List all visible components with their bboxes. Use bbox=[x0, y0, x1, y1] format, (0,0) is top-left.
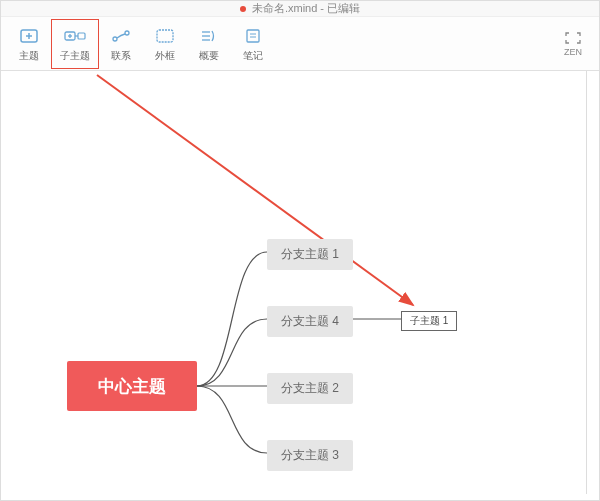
subtopic-button[interactable]: 子主题 bbox=[53, 20, 97, 68]
svg-rect-6 bbox=[78, 33, 85, 39]
notes-button[interactable]: 笔记 bbox=[231, 20, 275, 68]
zen-label: ZEN bbox=[564, 47, 582, 57]
connector-lines bbox=[1, 71, 599, 501]
notes-icon bbox=[239, 25, 267, 47]
frame-button[interactable]: 外框 bbox=[143, 20, 187, 68]
branch-topic[interactable]: 分支主题 3 bbox=[267, 440, 353, 471]
subtopic-label: 子主题 1 bbox=[410, 315, 448, 326]
annotation-arrow bbox=[1, 71, 599, 501]
tool-label: 主题 bbox=[19, 49, 39, 63]
fullscreen-icon bbox=[564, 31, 582, 47]
relation-button[interactable]: 联系 bbox=[99, 20, 143, 68]
summary-icon bbox=[195, 25, 223, 47]
svg-rect-10 bbox=[157, 30, 173, 42]
tool-label: 联系 bbox=[111, 49, 131, 63]
central-topic[interactable]: 中心主题 bbox=[67, 361, 197, 411]
branch-topic[interactable]: 分支主题 2 bbox=[267, 373, 353, 404]
highlight-annotation: 子主题 bbox=[51, 19, 99, 69]
branch-topic[interactable]: 分支主题 4 bbox=[267, 306, 353, 337]
zen-button[interactable]: ZEN bbox=[553, 31, 593, 57]
subtopic-node[interactable]: 子主题 1 bbox=[401, 311, 457, 331]
branch-topic[interactable]: 分支主题 1 bbox=[267, 239, 353, 270]
branch-label: 分支主题 3 bbox=[281, 448, 339, 462]
tool-label: 子主题 bbox=[60, 49, 90, 63]
summary-button[interactable]: 概要 bbox=[187, 20, 231, 68]
central-topic-label: 中心主题 bbox=[98, 375, 166, 398]
plus-box-icon bbox=[15, 25, 43, 47]
tool-label: 外框 bbox=[155, 49, 175, 63]
link-icon bbox=[107, 25, 135, 47]
mindmap-canvas[interactable]: 中心主题 分支主题 1 分支主题 4 分支主题 2 分支主题 3 子主题 1 bbox=[1, 71, 599, 501]
window-title: 未命名.xmind - 已编辑 bbox=[252, 1, 360, 16]
unsaved-indicator-icon bbox=[240, 6, 246, 12]
topic-button[interactable]: 主题 bbox=[7, 20, 51, 68]
toolbar: 主题 子主题 联系 外框 概要 笔记 bbox=[1, 17, 599, 71]
window-titlebar: 未命名.xmind - 已编辑 bbox=[1, 1, 599, 17]
branch-label: 分支主题 2 bbox=[281, 381, 339, 395]
branch-label: 分支主题 4 bbox=[281, 314, 339, 328]
tool-label: 笔记 bbox=[243, 49, 263, 63]
tool-label: 概要 bbox=[199, 49, 219, 63]
svg-line-17 bbox=[97, 75, 413, 305]
branch-label: 分支主题 1 bbox=[281, 247, 339, 261]
canvas-edge bbox=[586, 71, 587, 494]
plus-box-icon bbox=[61, 25, 89, 47]
svg-point-9 bbox=[125, 31, 129, 35]
svg-point-8 bbox=[113, 37, 117, 41]
frame-icon bbox=[151, 25, 179, 47]
svg-rect-14 bbox=[247, 30, 259, 42]
